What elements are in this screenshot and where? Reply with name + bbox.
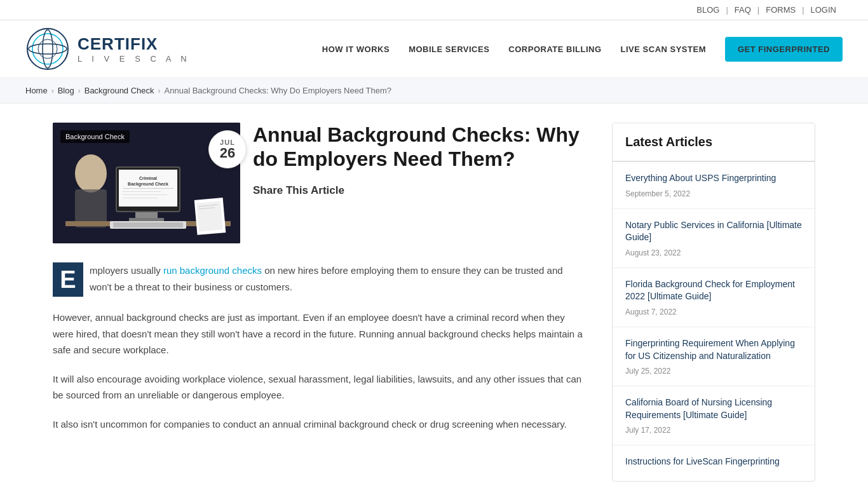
sidebar-article-3[interactable]: Fingerprinting Requirement When Applying… — [613, 327, 815, 386]
svg-text:Background Check: Background Check — [128, 182, 168, 187]
article-title-area: Annual Background Checks: Why do Employe… — [253, 123, 587, 197]
sidebar-article-5[interactable]: Instructions for LiveScan Fingerprinting — [613, 445, 815, 481]
breadcrumb-home[interactable]: Home — [25, 86, 48, 95]
sidebar-article-date-2: August 7, 2022 — [625, 308, 677, 316]
sidebar-article-title-3[interactable]: Fingerprinting Requirement When Applying… — [625, 337, 802, 362]
article-header: Criminal Background Check — [53, 123, 587, 243]
logo[interactable]: CERTIFIX L I V E S C A N — [25, 27, 191, 71]
sidebar-article-title-4[interactable]: California Board of Nursing Licensing Re… — [625, 396, 802, 421]
svg-rect-17 — [123, 191, 161, 192]
sidebar: Latest Articles Everything About USPS Fi… — [612, 123, 815, 482]
paragraph-2: It will also encourage avoiding workplac… — [53, 371, 587, 403]
sidebar-article-0[interactable]: Everything About USPS Fingerprinting Sep… — [613, 162, 815, 209]
forms-link[interactable]: FORMS — [759, 5, 802, 15]
article-area: Criminal Background Check — [53, 123, 587, 482]
login-link[interactable]: LOGIN — [804, 5, 843, 15]
breadcrumb-background-check[interactable]: Background Check — [85, 86, 154, 95]
blog-link[interactable]: BLOG — [690, 5, 726, 15]
nav-how-it-works[interactable]: HOW IT WORKS — [322, 44, 390, 54]
sidebar-article-4[interactable]: California Board of Nursing Licensing Re… — [613, 386, 815, 445]
svg-rect-16 — [123, 188, 173, 189]
svg-point-4 — [29, 44, 67, 54]
article-title: Annual Background Checks: Why do Employe… — [253, 123, 587, 172]
top-bar: BLOG | FAQ | FORMS | LOGIN — [0, 0, 868, 20]
sidebar-article-title-0[interactable]: Everything About USPS Fingerprinting — [625, 172, 802, 185]
sidebar-article-date-1: August 23, 2022 — [625, 248, 681, 257]
article-category-badge: Background Check — [60, 130, 130, 143]
svg-rect-10 — [129, 218, 164, 221]
breadcrumb-current: Annual Background Checks: Why Do Employe… — [165, 86, 391, 95]
sidebar-article-title-2[interactable]: Florida Background Check for Employment … — [625, 278, 802, 303]
logo-certifix: CERTIFIX — [78, 34, 191, 54]
sidebar-article-date-4: July 17, 2022 — [625, 426, 670, 435]
sidebar-article-title-5[interactable]: Instructions for LiveScan Fingerprinting — [625, 456, 802, 468]
nav-mobile-services[interactable]: MOBILE SERVICES — [409, 44, 489, 54]
svg-text:Criminal: Criminal — [139, 176, 157, 180]
logo-livescan: L I V E S C A N — [78, 54, 191, 64]
logo-text: CERTIFIX L I V E S C A N — [78, 34, 191, 64]
main-content: Criminal Background Check — [27, 104, 841, 488]
article-date-badge: JUL 26 — [208, 130, 247, 168]
share-article-label[interactable]: Share This Article — [253, 184, 344, 196]
sidebar-article-date-0: September 5, 2022 — [625, 189, 690, 198]
latest-articles-title: Latest Articles — [613, 123, 815, 162]
nav-corporate-billing[interactable]: CORPORATE BILLING — [508, 44, 601, 54]
sidebar-article-title-1[interactable]: Notary Public Services in California [Ul… — [625, 219, 802, 244]
article-body: E mployers usually run background checks… — [53, 262, 587, 432]
svg-point-0 — [27, 29, 68, 69]
paragraph-3: It also isn't uncommon for companies to … — [53, 416, 587, 433]
nav-live-scan-system[interactable]: LIVE SCAN SYSTEM — [621, 44, 706, 54]
intro-paragraph: E mployers usually run background checks… — [53, 262, 587, 297]
sidebar-article-2[interactable]: Florida Background Check for Employment … — [613, 268, 815, 327]
svg-point-6 — [75, 154, 107, 193]
main-nav: HOW IT WORKS MOBILE SERVICES CORPORATE B… — [322, 37, 843, 62]
faq-link[interactable]: FAQ — [728, 5, 757, 15]
breadcrumb: Home › Blog › Background Check › Annual … — [0, 78, 868, 104]
run-background-checks-link[interactable]: run background checks — [163, 265, 262, 276]
logo-icon — [25, 27, 70, 71]
get-fingerprinted-button[interactable]: GET FINGERPRINTED — [725, 37, 843, 62]
svg-rect-19 — [123, 198, 158, 198]
latest-articles-widget: Latest Articles Everything About USPS Fi… — [612, 123, 815, 482]
header: CERTIFIX L I V E S C A N HOW IT WORKS MO… — [0, 20, 868, 78]
svg-rect-18 — [123, 194, 167, 195]
paragraph-1: However, annual background checks are ju… — [53, 309, 587, 358]
svg-rect-21 — [113, 222, 183, 227]
svg-point-3 — [43, 30, 53, 68]
svg-point-1 — [32, 34, 63, 64]
article-image-wrap: Criminal Background Check — [53, 123, 240, 243]
breadcrumb-blog[interactable]: Blog — [58, 86, 74, 95]
drop-cap: E — [53, 262, 83, 297]
svg-point-2 — [38, 39, 57, 58]
sidebar-article-1[interactable]: Notary Public Services in California [Ul… — [613, 209, 815, 268]
article-date-day: 26 — [220, 146, 235, 160]
intro-text: mployers usually run background checks o… — [90, 262, 587, 295]
sidebar-article-date-3: July 25, 2022 — [625, 367, 670, 376]
